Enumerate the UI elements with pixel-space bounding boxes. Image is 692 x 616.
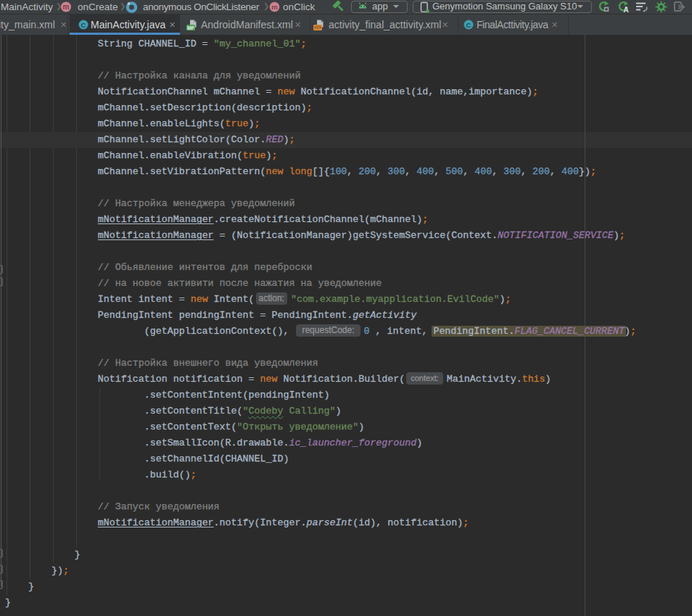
- svg-text:C: C: [466, 21, 471, 29]
- svg-text:m: m: [271, 3, 277, 11]
- svg-text:MF: MF: [187, 25, 195, 30]
- svg-text:m: m: [63, 3, 70, 11]
- svg-text:</>: </>: [314, 25, 321, 30]
- svg-text:C: C: [81, 21, 86, 29]
- svg-text:A: A: [623, 6, 628, 13]
